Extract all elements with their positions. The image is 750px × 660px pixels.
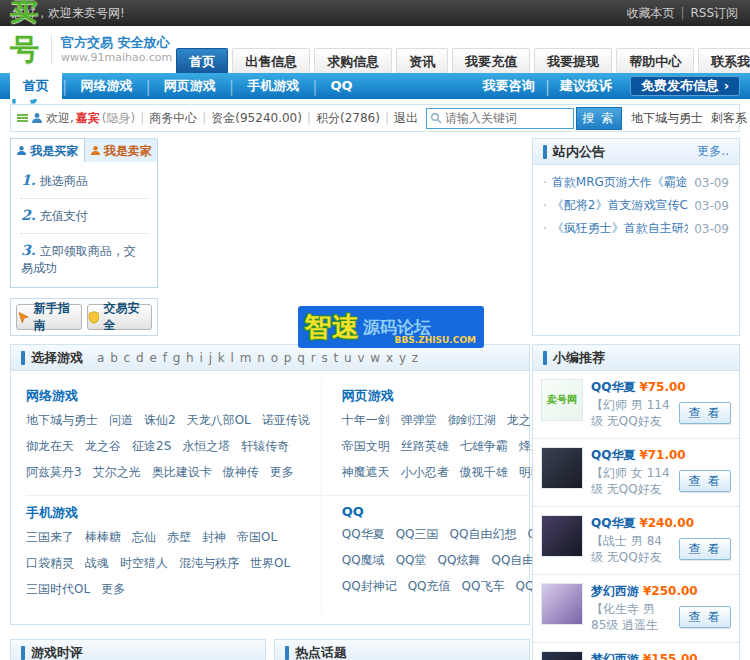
game-link[interactable]: 战魂	[85, 556, 109, 570]
game-link[interactable]: 艾尔之光	[93, 465, 141, 479]
nav-tab-6[interactable]: 我要提现	[534, 48, 612, 73]
game-link[interactable]: 地下城与勇士	[26, 413, 98, 427]
game-link[interactable]: QQ自由幻想	[450, 527, 517, 541]
game-link[interactable]: 轩辕传奇	[241, 439, 289, 453]
game-link[interactable]: 三国时代OL	[26, 582, 90, 596]
game-link[interactable]: 时空猎人	[120, 556, 168, 570]
favorite-link[interactable]: 收藏本页	[626, 6, 674, 20]
tab-seller[interactable]: 我是卖家	[85, 138, 159, 162]
game-link[interactable]: QQ三国	[396, 527, 439, 541]
game-link[interactable]: QQ飞车	[462, 579, 505, 593]
game-link[interactable]: QQ充值	[408, 579, 451, 593]
game-link[interactable]: 帝国文明	[342, 439, 390, 453]
nav-tab-3[interactable]: 求购信息	[314, 48, 392, 73]
guide-button[interactable]: 新手指南	[16, 304, 82, 330]
nav-tab-4[interactable]: 资讯	[396, 48, 448, 73]
game-link[interactable]: QQ华夏	[342, 527, 385, 541]
game-link[interactable]: 龙之谷	[85, 439, 121, 453]
hot-link-1[interactable]: 地下城与勇士	[631, 111, 703, 125]
item-thumbnail[interactable]	[541, 583, 583, 625]
game-link[interactable]: 弹弹堂	[401, 413, 437, 427]
game-link[interactable]: 御龙在天	[26, 439, 74, 453]
game-link[interactable]: 征途2S	[132, 439, 171, 453]
item-game-link[interactable]: 梦幻西游	[591, 584, 639, 598]
item-game-link[interactable]: QQ华夏	[591, 380, 635, 394]
watermark-text-3: BBS.ZHISU.COM	[395, 335, 476, 345]
more-link[interactable]: 更多	[101, 582, 125, 596]
nav-tab-7[interactable]: 帮助中心	[616, 48, 694, 73]
alphabet-index[interactable]: a b c d e f g h i j k l m n o p q r s t …	[97, 351, 419, 365]
nav-tab-2[interactable]: 出售信息	[232, 48, 310, 73]
game-link[interactable]: 十年一剑	[342, 413, 390, 427]
nav-tab-8[interactable]: 联系我们	[698, 48, 750, 73]
game-link[interactable]: 世界OL	[250, 556, 290, 570]
game-link[interactable]: 赤壁	[167, 530, 191, 544]
game-link[interactable]: 阿兹莫丹3	[26, 465, 82, 479]
game-link[interactable]: 御剑江湖	[448, 413, 496, 427]
item-game-link[interactable]: QQ华夏	[591, 516, 635, 530]
publish-info-button[interactable]: 免费发布信息 ›	[630, 76, 740, 96]
game-link[interactable]: 七雄争霸	[460, 439, 508, 453]
announcement-link[interactable]: 首款MRG页游大作《霸途》将于3月	[552, 174, 688, 191]
subnav-tab-3[interactable]: 网页游戏	[151, 73, 229, 99]
game-link[interactable]: 棒棒糖	[85, 530, 121, 544]
nav-tab-1[interactable]: 首页	[176, 48, 228, 73]
game-link[interactable]: 帝国OL	[237, 530, 277, 544]
view-button[interactable]: 查 看	[679, 538, 731, 560]
search-button[interactable]: 搜 索	[576, 107, 622, 130]
game-link[interactable]: 诺亚传说	[262, 413, 310, 427]
item-thumbnail[interactable]: 卖号网	[541, 379, 583, 421]
user-link-4[interactable]: 退出	[394, 110, 418, 127]
hot-link-2[interactable]: 刺客系	[711, 111, 747, 125]
watermark-text-1: 智速	[304, 309, 360, 345]
game-link[interactable]: QQ堂	[396, 553, 427, 567]
recommend-item: QQ华夏¥240.00查 看【战士 男 84级 无QQ好友 】开学了没时间玩，新	[533, 507, 739, 575]
complaint-link[interactable]: 建议投诉	[550, 77, 622, 95]
recommend-list: 卖号网QQ华夏¥75.00查 看【幻师 男 114级 无QQ好友 】19区，清号…	[533, 371, 739, 660]
announcement-link[interactable]: 《配将2》首支游戏宣传CG娓娓道来	[552, 197, 688, 214]
tab-buyer[interactable]: 我是买家	[10, 138, 85, 162]
view-button[interactable]: 查 看	[679, 470, 731, 492]
game-link[interactable]: 混沌与秩序	[179, 556, 239, 570]
announcement-link[interactable]: 《疯狂勇士》首款自主研发的萌系3D	[552, 220, 688, 237]
view-button[interactable]: 查 看	[679, 606, 731, 628]
search-input[interactable]	[426, 108, 574, 129]
item-thumbnail[interactable]	[541, 447, 583, 489]
game-link[interactable]: 天龙八部OL	[187, 413, 251, 427]
game-link[interactable]: 口袋精灵	[26, 556, 74, 570]
game-link[interactable]: 傲神传	[223, 465, 259, 479]
view-button[interactable]: 查 看	[679, 402, 731, 424]
game-link[interactable]: 神魔遮天	[342, 465, 390, 479]
game-link[interactable]: 丝路英雄	[401, 439, 449, 453]
game-link[interactable]: 傲视千雄	[460, 465, 508, 479]
game-link[interactable]: 封神	[202, 530, 226, 544]
item-game-link[interactable]: QQ华夏	[591, 448, 635, 462]
game-link[interactable]: 诛仙2	[144, 413, 176, 427]
game-link[interactable]: QQ封神记	[342, 579, 397, 593]
announcements-panel: 站内公告 更多.. ·首款MRG页游大作《霸途》将于3月03-09·《配将2》首…	[532, 138, 740, 336]
subnav-tab-5[interactable]: QQ	[318, 73, 366, 99]
nav-tab-5[interactable]: 我要充值	[452, 48, 530, 73]
game-link[interactable]: QQ魔域	[342, 553, 385, 567]
game-link[interactable]: 小小忍者	[401, 465, 449, 479]
more-link[interactable]: 更多	[270, 465, 294, 479]
consult-link[interactable]: 我要咨询	[473, 77, 545, 95]
game-link[interactable]: 奥比建设卡	[152, 465, 212, 479]
user-link-1[interactable]: 商务中心	[149, 110, 197, 127]
game-link[interactable]: 忘仙	[132, 530, 156, 544]
more-link[interactable]: 更多..	[697, 143, 729, 160]
item-thumbnail[interactable]	[541, 515, 583, 557]
user-link-2[interactable]: 资金(95240.00)	[211, 110, 302, 127]
subnav-tab-4[interactable]: 手机游戏	[234, 73, 312, 99]
user-link-3[interactable]: 积分(2786)	[316, 110, 380, 127]
safety-button[interactable]: 交易安全	[87, 304, 153, 330]
game-link[interactable]: 三国来了	[26, 530, 74, 544]
rss-link[interactable]: RSS订阅	[690, 6, 738, 20]
game-link[interactable]: 永恒之塔	[182, 439, 230, 453]
game-link[interactable]: 问道	[109, 413, 133, 427]
subnav-tab-2[interactable]: 网络游戏	[67, 73, 145, 99]
game-link[interactable]: QQ炫舞	[438, 553, 481, 567]
subnav-tab-1[interactable]: 首页	[10, 73, 62, 99]
item-thumbnail[interactable]	[541, 651, 583, 660]
item-game-link[interactable]: 梦幻西游	[591, 652, 639, 660]
